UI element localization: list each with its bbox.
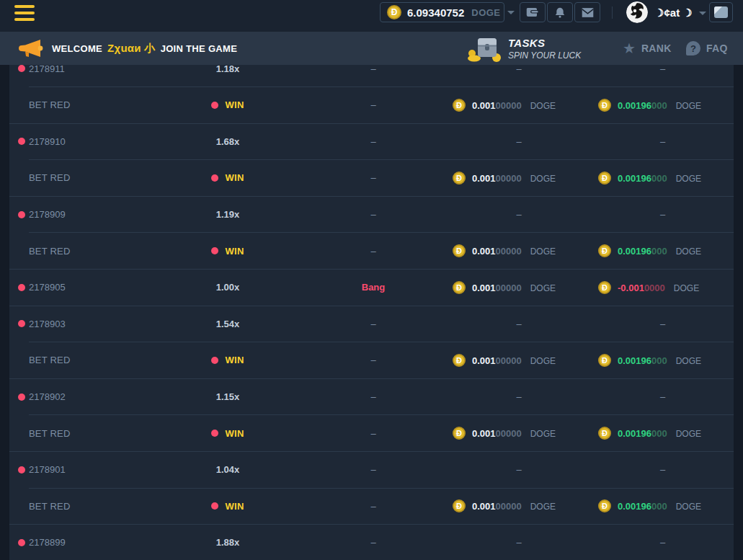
megaphone-icon [19, 38, 43, 58]
game-id-cell: 2178899 [9, 537, 155, 548]
faq-label: FAQ [706, 43, 728, 54]
multiplier-cell: 1.04x [155, 464, 301, 475]
profit-amount: Đ0.00196000DOGE [592, 172, 734, 185]
bet-type-cell: BET RED [9, 99, 155, 110]
dash-placeholder: – [370, 391, 375, 402]
amount-trailing-zeros: 00000 [496, 283, 522, 293]
faq-link[interactable]: ? FAQ [686, 32, 728, 65]
game-id-link[interactable]: 2178910 [29, 136, 66, 147]
amount-value: 0.001 [472, 283, 496, 293]
amount-trailing-zeros: 000 [651, 428, 667, 439]
game-id-cell: 2178905 [9, 282, 155, 293]
doge-coin-icon: Đ [598, 427, 611, 440]
game-id-link[interactable]: 2178901 [29, 464, 66, 475]
balance-selector[interactable]: Đ 6.09340752 DOGE [380, 2, 504, 22]
welcome-prefix: WELCOME [52, 43, 102, 54]
tasks-text: TASKS SPIN YOUR LUCK [508, 37, 581, 61]
dash-placeholder: – [516, 209, 521, 220]
empty-cell: – [301, 136, 446, 147]
bet-result-cell: WIN [155, 172, 301, 183]
amount-value: 0.00196 [618, 100, 651, 111]
bet-result-cell: WIN [155, 501, 301, 512]
game-id-link[interactable]: 2178905 [29, 282, 66, 293]
game-id-link[interactable]: 2178899 [29, 537, 66, 548]
red-dot-icon [211, 174, 218, 182]
bet-amount: Đ0.00100000DOGE [446, 499, 592, 512]
bet-type-label: BET RED [29, 428, 71, 439]
doge-coin-icon: Đ [453, 354, 466, 367]
empty-cell: – [446, 319, 592, 329]
dash-placeholder: – [370, 136, 375, 147]
game-id-link[interactable]: 2178903 [29, 319, 66, 329]
empty-cell: – [446, 391, 592, 402]
loss-amount: Đ-0.0010000DOGE [592, 281, 734, 294]
topbar-separator [612, 6, 613, 19]
rank-link[interactable]: ★ RANK [623, 32, 672, 65]
tasks-link[interactable]: TASKS SPIN YOUR LUCK [466, 34, 581, 63]
amount-trailing-zeros: 00000 [496, 501, 522, 512]
amount-text: 0.00100000DOGE [472, 244, 556, 257]
bell-icon [554, 6, 566, 19]
amount-trailing-zeros: 000 [651, 173, 667, 184]
empty-cell: – [592, 65, 734, 74]
game-row: 21789011.04x––– [9, 452, 734, 488]
amount-value: 0.001 [472, 173, 496, 184]
game-id-cell: 2178903 [9, 319, 155, 329]
notifications-button[interactable] [547, 2, 573, 22]
bet-row: BET REDWIN–Đ0.00100000DOGEĐ0.00196000DOG… [9, 415, 734, 451]
dash-placeholder: – [370, 428, 375, 439]
red-dot-icon [211, 357, 218, 364]
chat-toggle-button[interactable] [709, 2, 733, 22]
dash-placeholder: – [370, 464, 375, 475]
bet-result-cell: WIN [155, 99, 301, 110]
bet-type-cell: BET RED [9, 172, 155, 183]
menu-hamburger-icon[interactable] [14, 5, 35, 25]
amount-text: 0.00100000DOGE [472, 427, 556, 440]
amount-currency: DOGE [676, 356, 701, 366]
bet-type-label: BET RED [29, 501, 71, 512]
amount-text: 0.00100000DOGE [472, 172, 556, 185]
empty-cell: – [301, 501, 446, 512]
amount-trailing-zeros: 00000 [496, 100, 522, 111]
rank-label: RANK [641, 43, 672, 54]
amount-currency: DOGE [676, 429, 701, 439]
bet-type-cell: BET RED [9, 501, 155, 512]
game-id-link[interactable]: 2178911 [29, 65, 65, 74]
bet-amount: Đ0.00100000DOGE [446, 244, 592, 257]
amount-currency: DOGE [530, 356, 556, 366]
wallet-icon [526, 6, 539, 18]
doge-coin-icon: Đ [453, 99, 466, 112]
dash-placeholder: – [660, 464, 665, 475]
dash-placeholder: – [660, 136, 665, 147]
amount-value: 0.00196 [618, 246, 651, 257]
doge-coin-icon: Đ [453, 499, 466, 512]
game-id-link[interactable]: 2178909 [29, 209, 66, 220]
dash-placeholder: – [660, 319, 665, 329]
doge-coin-icon: Đ [598, 499, 611, 512]
amount-value: 0.001 [472, 428, 496, 439]
crash-multiplier: 1.00x [216, 282, 240, 293]
amount-currency: DOGE [530, 174, 556, 184]
caret-down-icon [507, 11, 515, 14]
red-dot-icon [18, 65, 25, 72]
win-label: WIN [225, 246, 244, 257]
dash-placeholder: – [516, 464, 521, 475]
user-avatar[interactable] [626, 1, 648, 23]
bet-type-label: BET RED [29, 99, 71, 110]
game-id-link[interactable]: 2178902 [29, 391, 66, 402]
welcome-player-name: Zχuαи 小 [107, 42, 156, 55]
profit-amount: Đ0.00196000DOGE [592, 499, 734, 512]
bet-row: BET REDWIN–Đ0.00100000DOGEĐ0.00196000DOG… [9, 342, 734, 378]
multiplier-cell: 1.68x [155, 136, 301, 147]
red-dot-icon [211, 102, 218, 109]
wallet-button[interactable] [520, 2, 546, 22]
amount-value: -0.001 [618, 283, 644, 293]
user-menu[interactable]: ☽¢at ☽ [654, 0, 706, 26]
amount-value: 0.00196 [618, 501, 651, 512]
red-dot-icon [18, 320, 25, 327]
empty-cell: – [592, 537, 734, 548]
red-dot-icon [211, 430, 218, 437]
win-label: WIN [225, 355, 244, 365]
game-id-cell: 2178911 [9, 65, 155, 74]
messages-button[interactable] [574, 2, 600, 22]
